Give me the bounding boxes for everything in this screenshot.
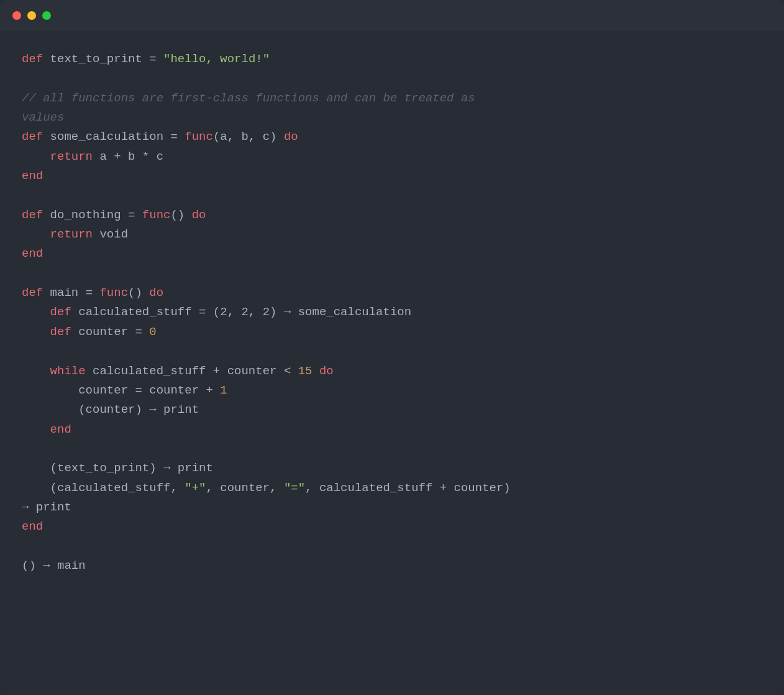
- code-line-12: counter = counter + 1: [22, 381, 762, 400]
- code-line-comment-1: // all functions are first-class functio…: [22, 89, 762, 108]
- code-editor: def text_to_print = "hello, world!" // a…: [0, 31, 784, 594]
- code-line-14: end: [22, 420, 762, 440]
- code-line-3: return a + b * c: [22, 147, 762, 167]
- code-line-1: def text_to_print = "hello, world!": [22, 50, 762, 69]
- code-line-15: (text_to_print) → print: [22, 459, 762, 478]
- code-line-blank-5: [22, 440, 762, 459]
- code-line-4: end: [22, 167, 762, 186]
- code-line-10: def counter = 0: [22, 323, 762, 342]
- minimize-button[interactable]: [27, 11, 36, 20]
- code-line-comment-2: values: [22, 108, 762, 127]
- code-line-16: (calculated_stuff, "+", counter, "=", ca…: [22, 479, 762, 498]
- titlebar: [0, 0, 784, 31]
- code-line-blank-3: [22, 264, 762, 283]
- code-line-5: def do_nothing = func() do: [22, 206, 762, 225]
- maximize-button[interactable]: [42, 11, 51, 20]
- code-line-blank-4: [22, 342, 762, 361]
- code-line-17: → print: [22, 498, 762, 517]
- close-button[interactable]: [12, 11, 21, 20]
- code-line-blank-6: [22, 537, 762, 556]
- code-line-19: () → main: [22, 556, 762, 576]
- code-line-18: end: [22, 517, 762, 536]
- code-line-7: end: [22, 244, 762, 264]
- editor-window: def text_to_print = "hello, world!" // a…: [0, 0, 784, 695]
- code-line-6: return void: [22, 225, 762, 244]
- code-line-9: def calculated_stuff = (2, 2, 2) → some_…: [22, 303, 762, 322]
- code-line-8: def main = func() do: [22, 283, 762, 303]
- code-line-blank-2: [22, 186, 762, 205]
- code-line-2: def some_calculation = func(a, b, c) do: [22, 127, 762, 147]
- code-line-blank-1: [22, 69, 762, 88]
- code-line-11: while calculated_stuff + counter < 15 do: [22, 362, 762, 381]
- code-line-13: (counter) → print: [22, 400, 762, 420]
